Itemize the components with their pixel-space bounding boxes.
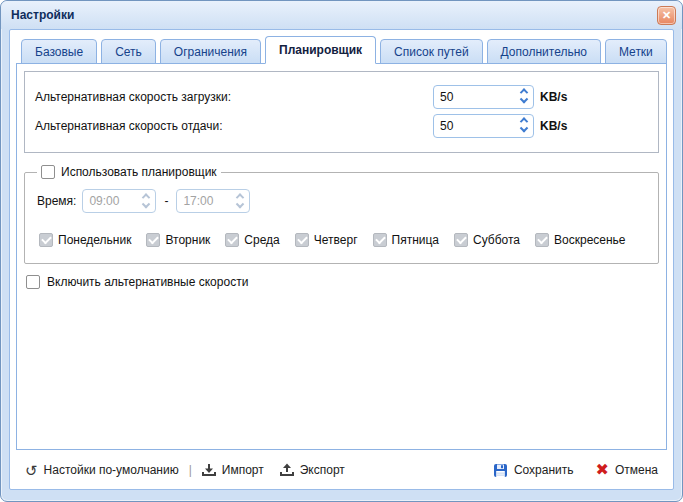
import-button[interactable]: Импорт: [198, 460, 268, 480]
cancel-button[interactable]: ✖ Отмена: [592, 459, 662, 481]
day-monday-checkbox: [39, 233, 53, 247]
tab-basic[interactable]: Базовые: [21, 39, 97, 64]
save-button[interactable]: Сохранить: [489, 460, 578, 481]
alt-upload-row: Альтернативная скорость отдачи: 50 KB/s: [35, 111, 648, 140]
scheduler-legend: Использовать планировщик: [37, 165, 221, 179]
close-icon[interactable]: ✕: [657, 6, 676, 25]
export-button-label: Экспорт: [300, 463, 345, 477]
scheduler-fieldset: Использовать планировщик Время: 09:00 - …: [24, 165, 659, 264]
cancel-icon: ✖: [596, 462, 609, 478]
spinner-arrows: [514, 86, 533, 108]
spin-down-icon: [136, 201, 155, 212]
spinner-arrows: [230, 190, 249, 212]
day-monday: Понедельник: [39, 233, 131, 247]
time-label: Время:: [37, 194, 76, 208]
export-button[interactable]: Экспорт: [276, 460, 349, 480]
day-wednesday: Среда: [225, 233, 279, 247]
toolbar-separator: |: [189, 463, 192, 477]
tab-paths[interactable]: Список путей: [380, 39, 483, 64]
spinner-arrows: [136, 190, 155, 212]
defaults-button[interactable]: ↺ Настойки по-умолчанию: [21, 460, 183, 481]
tab-labels[interactable]: Метки: [605, 39, 667, 64]
tab-limits[interactable]: Ограничения: [160, 39, 261, 64]
alt-upload-spinner[interactable]: 50: [433, 114, 534, 138]
alt-download-label: Альтернативная скорость загрузки:: [35, 90, 433, 104]
dialog-title: Настройки: [11, 8, 74, 22]
upload-unit-label: KB/s: [540, 119, 567, 133]
time-range-separator: -: [164, 194, 168, 208]
day-tuesday-checkbox: [146, 233, 160, 247]
alt-speeds-box: Альтернативная скорость загрузки: 50 KB/…: [24, 71, 659, 153]
day-friday: Пятница: [373, 233, 440, 247]
day-wednesday-checkbox: [225, 233, 239, 247]
time-to-spinner: 17:00: [176, 189, 250, 213]
day-tuesday: Вторник: [146, 233, 210, 247]
alt-upload-label: Альтернативная скорость отдачи:: [35, 119, 433, 133]
settings-dialog: Настройки ✕ Базовые Сеть Ограничения Пла…: [0, 0, 683, 502]
use-scheduler-label: Использовать планировщик: [61, 165, 217, 179]
cancel-button-label: Отмена: [615, 463, 658, 477]
download-unit-label: KB/s: [540, 90, 567, 104]
tab-advanced[interactable]: Дополнительно: [487, 39, 601, 64]
day-saturday-checkbox: [454, 233, 468, 247]
day-tuesday-label: Вторник: [165, 233, 210, 247]
alt-upload-value[interactable]: 50: [434, 115, 514, 137]
day-sunday: Воскресенье: [535, 233, 626, 247]
scheduler-panel: Альтернативная скорость загрузки: 50 KB/…: [16, 63, 667, 450]
import-icon: [202, 463, 216, 477]
export-icon: [280, 463, 294, 477]
day-sunday-checkbox: [535, 233, 549, 247]
time-from-value: 09:00: [83, 190, 136, 212]
spin-down-icon[interactable]: [514, 126, 533, 137]
alt-download-row: Альтернативная скорость загрузки: 50 KB/…: [35, 82, 648, 111]
save-button-label: Сохранить: [514, 463, 574, 477]
alt-download-value[interactable]: 50: [434, 86, 514, 108]
alt-download-spinner[interactable]: 50: [433, 85, 534, 109]
use-scheduler-checkbox[interactable]: [41, 165, 55, 179]
save-icon: [493, 463, 508, 478]
bottom-toolbar: ↺ Настойки по-умолчанию | Импорт: [16, 451, 667, 489]
tab-scheduler[interactable]: Планировщик: [265, 36, 376, 64]
day-friday-checkbox: [373, 233, 387, 247]
enable-alt-speeds-checkbox[interactable]: [26, 275, 40, 289]
defaults-button-label: Настойки по-умолчанию: [44, 463, 179, 477]
dialog-body: Базовые Сеть Ограничения Планировщик Спи…: [9, 29, 674, 490]
day-thursday-checkbox: [295, 233, 309, 247]
spinner-arrows: [514, 115, 533, 137]
tab-strip: Базовые Сеть Ограничения Планировщик Спи…: [10, 30, 673, 64]
reset-icon: ↺: [25, 463, 38, 478]
toolbar-right-group: Сохранить ✖ Отмена: [489, 459, 662, 481]
title-bar: Настройки ✕: [1, 1, 682, 29]
enable-alt-speeds-row: Включить альтернативные скорости: [26, 275, 659, 289]
time-row: Время: 09:00 - 17:00: [37, 189, 648, 213]
tab-network[interactable]: Сеть: [101, 39, 156, 64]
day-saturday: Суббота: [454, 233, 520, 247]
day-wednesday-label: Среда: [244, 233, 279, 247]
day-friday-label: Пятница: [392, 233, 440, 247]
time-from-spinner: 09:00: [82, 189, 156, 213]
days-row: Понедельник Вторник Среда Четверг: [39, 233, 648, 247]
day-thursday-label: Четверг: [314, 233, 358, 247]
spin-down-icon[interactable]: [514, 97, 533, 108]
day-monday-label: Понедельник: [58, 233, 131, 247]
day-thursday: Четверг: [295, 233, 358, 247]
enable-alt-speeds-label: Включить альтернативные скорости: [47, 275, 248, 289]
day-sunday-label: Воскресенье: [554, 233, 626, 247]
time-to-value: 17:00: [177, 190, 230, 212]
spin-down-icon: [230, 201, 249, 212]
import-button-label: Импорт: [222, 463, 264, 477]
day-saturday-label: Суббота: [473, 233, 520, 247]
